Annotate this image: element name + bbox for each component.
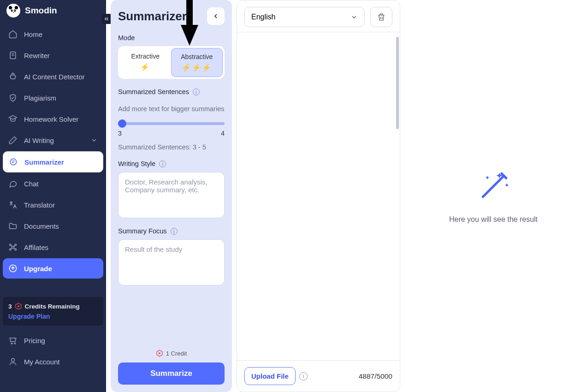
sidebar-item-label: Translator [24,201,55,209]
main: Summarizer Mode Extractive ⚡ Abstractive… [106,0,581,392]
svg-point-6 [14,10,15,11]
translate-icon [8,200,18,209]
sidebar-item-label: Affilates [24,244,48,251]
writing-icon [8,136,18,145]
bottom-nav: Pricing My Account [0,330,106,372]
credits-box: 3 Credits Remaining Upgrade Plan [3,297,103,326]
summary-focus-label: Summary Focus i [118,227,225,235]
brand: Smodin [0,0,106,24]
rewriter-icon [8,51,18,60]
slider-min: 3 [118,130,122,137]
panel-title: Summarizer [118,9,187,24]
summarize-button[interactable]: Summarize [118,362,225,385]
sidebar-item-chat[interactable]: Chat [3,173,103,194]
credit-cost: 1 Credit [118,350,225,357]
svg-rect-10 [10,159,16,165]
folder-icon [8,221,18,231]
slider-max: 4 [221,130,225,137]
summary-focus-input[interactable] [118,239,225,285]
sentences-readout: Summarized Sentences: 3 - 5 [118,143,225,151]
upload-file-button[interactable]: Upload File [244,367,296,385]
homework-icon [8,114,18,124]
writing-style-label: Writing Style i [118,160,225,167]
wand-icon [475,168,511,204]
sidebar-item-label: AI Content Detector [24,73,85,81]
svg-point-19 [11,343,12,344]
sidebar-item-rewriter[interactable]: Rewriter [3,45,103,65]
upgrade-plan-link[interactable]: Upgrade Plan [8,313,98,320]
upgrade-icon [8,264,18,273]
char-count: 4887/5000 [359,372,392,380]
chevron-left-icon [212,12,219,20]
sentences-slider[interactable]: 3 4 [118,122,225,137]
mode-selector: Extractive ⚡ Abstractive ⚡⚡⚡ [118,46,225,79]
chevron-down-icon [350,13,358,21]
sidebar-item-home[interactable]: Home [3,24,103,44]
settings-panel: Summarizer Mode Extractive ⚡ Abstractive… [111,0,232,392]
summarizer-icon [9,157,18,166]
sidebar-item-label: Home [24,30,42,38]
sidebar-item-account[interactable]: My Account [3,351,103,372]
sidebar-item-affiliates[interactable]: Affilates [3,237,103,257]
chevrons-left-icon [103,16,110,22]
slider-track [118,122,225,125]
info-icon[interactable]: i [193,89,200,95]
brand-name: Smodin [25,6,57,16]
mode-label: Mode [118,34,225,42]
sidebar-item-documents[interactable]: Documents [3,216,103,236]
mode-abstractive[interactable]: Abstractive ⚡⚡⚡ [171,48,223,77]
sidebar-item-detector[interactable]: AI Content Detector [3,66,103,87]
credits-count: 3 [8,303,12,310]
cart-icon [8,336,18,345]
mode-label-text: Extractive [122,53,169,60]
input-column: English Upload File i 4887/5000 [237,0,400,392]
sidebar-item-ai-writing[interactable]: AI Writing [3,130,103,150]
sidebar-item-label: Rewriter [24,52,50,59]
shield-icon [8,93,18,102]
svg-point-20 [14,343,16,344]
sidebar-item-plagiarism[interactable]: Plagiarism [3,88,103,108]
scrollbar[interactable] [396,37,399,129]
text-input-area[interactable] [237,32,400,361]
brand-logo [6,4,20,18]
chat-icon [8,179,18,188]
info-icon[interactable]: i [171,228,178,235]
mode-extractive[interactable]: Extractive ⚡ [120,48,171,77]
writing-style-input[interactable] [118,172,225,218]
panda-icon [8,6,18,16]
svg-point-2 [15,6,18,9]
svg-point-7 [13,12,14,12]
nav-list: Home Rewriter AI Content Detector Plagia… [0,24,106,279]
svg-point-5 [12,10,12,11]
sidebar-item-label: Summarizer [24,158,64,166]
sidebar-item-label: Plagiarism [24,94,56,102]
svg-point-25 [159,352,160,354]
collapse-sidebar-button[interactable] [101,14,112,24]
clear-button[interactable] [370,7,392,27]
sidebar: Smodin Home Rewriter AI Content Detector… [0,0,106,392]
back-button[interactable] [207,7,225,25]
home-icon [8,30,18,39]
sentences-label: Summarized Sentences i [118,88,225,95]
trash-icon [377,12,386,22]
detector-icon [8,72,18,81]
sidebar-item-pricing[interactable]: Pricing [3,330,103,350]
svg-rect-9 [11,75,15,79]
language-value: English [251,13,275,21]
credit-icon [15,303,22,310]
sidebar-item-label: Documents [24,222,59,230]
language-select[interactable]: English [244,7,365,27]
sidebar-item-label: My Account [24,358,60,366]
info-icon[interactable]: i [299,372,308,380]
svg-point-21 [12,358,15,362]
slider-thumb[interactable] [118,119,126,128]
sentences-helper: Add more text for bigger summaries [118,104,225,114]
sidebar-item-translator[interactable]: Translator [3,195,103,215]
sidebar-item-summarizer[interactable]: Summarizer [3,151,103,172]
svg-point-1 [9,6,12,9]
account-icon [8,357,18,366]
info-icon[interactable]: i [159,160,166,167]
sidebar-item-label: AI Writing [24,137,54,144]
sidebar-item-homework[interactable]: Homework Solver [3,109,103,129]
sidebar-item-upgrade[interactable]: Upgrade [3,258,103,279]
